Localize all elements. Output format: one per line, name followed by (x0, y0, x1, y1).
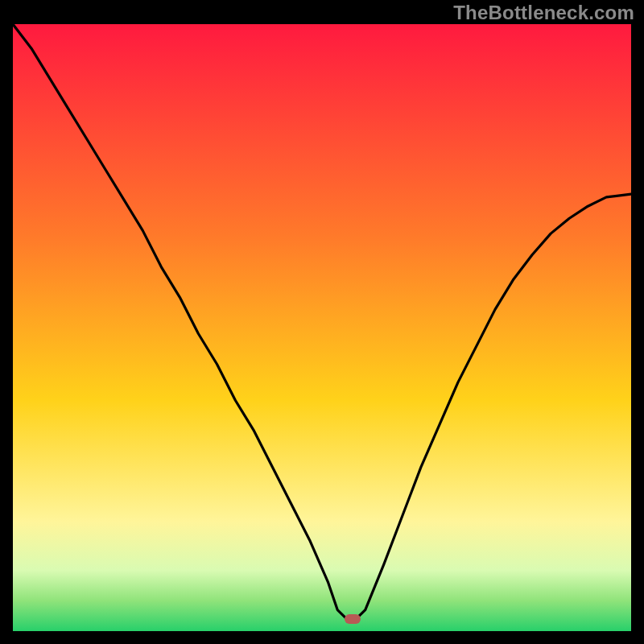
watermark-text: TheBottleneck.com (453, 2, 634, 24)
chart-stage: TheBottleneck.com (0, 0, 644, 644)
plot-area (13, 24, 631, 631)
bottleneck-curve (13, 24, 631, 631)
optimal-point-marker (345, 614, 361, 624)
